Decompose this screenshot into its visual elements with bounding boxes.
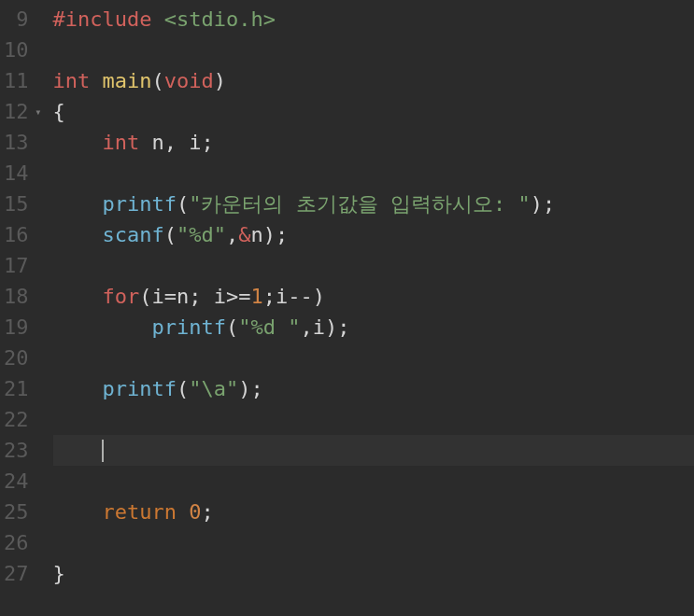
code-token [53,435,103,466]
code-token: void [164,65,214,96]
code-line[interactable] [53,466,695,497]
code-line[interactable] [53,343,695,373]
line-number-gutter: 9101112131415161718192021222324252627 [0,0,36,616]
code-token [53,527,103,558]
code-token [53,219,103,250]
code-token: "%d " [238,312,300,343]
line-number: 19 [4,312,29,343]
code-token: ( [226,312,238,343]
code-token: >= [226,281,251,312]
code-token [53,312,152,343]
code-token: ) [313,281,325,312]
code-token [90,65,102,96]
code-token: ); [325,312,350,343]
code-token [151,4,163,35]
code-token [53,497,103,527]
code-token [139,127,151,158]
code-token: for [102,281,139,312]
code-line[interactable] [53,404,695,435]
code-token: ; [263,281,276,312]
code-line[interactable]: #include <stdio.h> [53,4,695,35]
line-number: 18 [4,281,29,312]
code-line[interactable] [53,158,695,189]
code-token [53,189,103,219]
code-token: ; [201,497,213,527]
code-token: "%d" [177,219,226,250]
code-token: scanf [102,219,163,250]
code-token: printf [102,373,176,404]
code-line[interactable]: int n, i; [53,127,695,158]
code-token: printf [151,312,225,343]
line-number: 24 [4,466,29,497]
code-token [53,158,103,189]
code-token: ; [189,281,214,312]
line-number: 25 [4,497,29,527]
line-number: 23 [4,435,29,466]
code-token: ; [201,127,213,158]
code-token: i [276,281,288,312]
code-token: 0 [189,497,201,527]
code-line[interactable] [53,35,695,65]
code-token: n [177,281,189,312]
code-token [53,343,103,373]
code-token: i [151,281,163,312]
code-token: 1 [250,281,262,312]
line-number: 9 [4,4,29,35]
code-token: ); [263,219,289,250]
line-number: 26 [4,527,29,558]
code-line[interactable]: return 0; [53,497,695,527]
code-token: i [214,281,226,312]
line-number: 10 [4,35,29,65]
code-token: "카운터의 초기값을 입력하시오: " [189,189,530,219]
line-number: 12 [4,96,29,127]
code-token: = [164,281,177,312]
code-token [53,373,103,404]
code-line[interactable]: for(i=n; i>=1;i--) [53,281,695,312]
code-line[interactable]: printf("\a"); [53,373,695,404]
code-editor[interactable]: #include <stdio.h>int main(void){ int n,… [36,0,695,616]
code-token [53,281,103,312]
code-token: <stdio.h> [164,4,276,35]
code-line[interactable]: int main(void) [53,65,695,96]
code-token: ) [214,65,226,96]
code-token: , [300,312,312,343]
code-line[interactable]: printf("카운터의 초기값을 입력하시오: "); [53,189,695,219]
code-token: ( [151,65,163,96]
code-token: "\a" [189,373,238,404]
code-token: ); [238,373,263,404]
code-token: int [53,65,91,96]
code-token [53,466,103,497]
code-token: ( [164,219,177,250]
code-token: main [103,65,152,96]
line-number: 17 [4,250,29,281]
code-line[interactable] [53,527,695,558]
code-token: ( [177,189,189,219]
code-line[interactable]: scanf("%d",&n); [53,219,695,250]
code-token: return [102,497,176,527]
code-line[interactable] [53,435,695,466]
line-number: 22 [4,404,29,435]
code-token: ); [531,189,556,219]
text-cursor [102,440,104,462]
code-line[interactable]: } [53,558,695,589]
code-token [53,127,103,158]
line-number: 16 [4,219,29,250]
code-token: i [313,312,325,343]
code-token: } [53,558,65,589]
code-token: n [151,127,163,158]
line-number: 21 [4,373,29,404]
code-token: , [164,127,190,158]
code-line[interactable]: printf("%d ",i); [53,312,695,343]
code-token: -- [288,281,313,312]
line-number: 11 [4,65,29,96]
code-line[interactable]: { [53,96,695,127]
line-number: 27 [4,558,29,589]
code-token: #include [53,4,152,35]
code-line[interactable] [53,250,695,281]
code-token [53,404,103,435]
code-token [53,250,103,281]
code-token: ( [139,281,151,312]
code-token: printf [102,189,176,219]
code-token: i [189,127,201,158]
code-token [177,497,189,527]
